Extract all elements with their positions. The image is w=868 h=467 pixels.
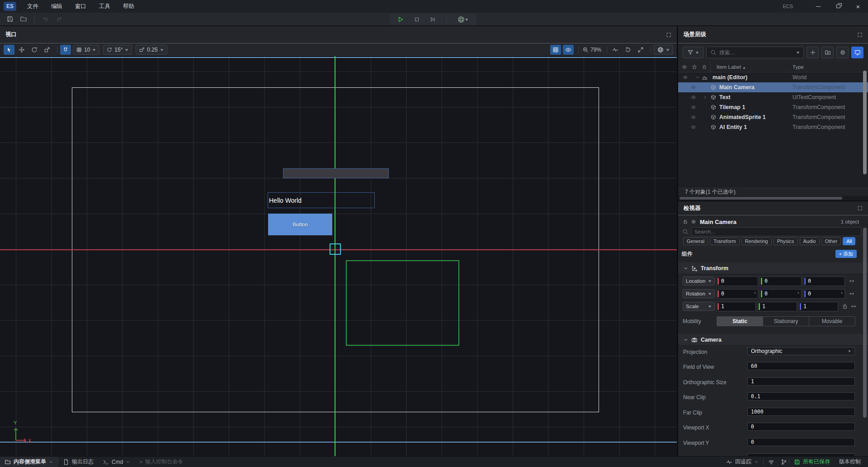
- field-of-view-field[interactable]: [747, 362, 855, 370]
- gizmo-visibility-toggle[interactable]: [563, 45, 574, 55]
- stats-toggle[interactable]: [610, 45, 621, 55]
- panel-bar-object[interactable]: [283, 168, 389, 178]
- inspector-search-input[interactable]: [694, 229, 858, 234]
- mobility-movable[interactable]: Movable: [809, 317, 855, 326]
- content-drawer-button[interactable]: 内容侧滑菜单: [0, 457, 58, 467]
- tab-general[interactable]: General: [683, 237, 708, 245]
- play-mode-dropdown[interactable]: ▼: [455, 14, 471, 24]
- scale-z-field[interactable]: [798, 302, 838, 311]
- network-status-button[interactable]: [764, 457, 779, 467]
- tab-other[interactable]: Other: [821, 237, 841, 245]
- tab-transform[interactable]: Transform: [710, 237, 740, 245]
- lock-open-icon[interactable]: [683, 219, 688, 224]
- hierarchy-row-main-camera[interactable]: Main Camera TransformComponent: [678, 82, 868, 92]
- reset-view-button[interactable]: [623, 45, 633, 55]
- restore-button[interactable]: [828, 0, 848, 13]
- redo-button[interactable]: [54, 14, 65, 24]
- menu-tools[interactable]: 工具: [94, 1, 115, 12]
- inspector-vertical-scrollbar[interactable]: [863, 216, 867, 454]
- eye-column-icon[interactable]: [682, 64, 687, 70]
- star-column-icon[interactable]: [692, 64, 697, 70]
- menu-file[interactable]: 文件: [23, 1, 43, 12]
- grid-visibility-toggle[interactable]: [550, 45, 561, 55]
- lock-column-icon[interactable]: [702, 64, 707, 70]
- zoom-control[interactable]: 79%: [581, 45, 602, 55]
- tab-all[interactable]: All: [843, 237, 855, 245]
- move-tool[interactable]: [16, 45, 27, 55]
- hello-world-text-object[interactable]: Hello World: [268, 192, 375, 208]
- cmd-dropdown[interactable]: Cmd: [98, 457, 135, 467]
- add-component-button[interactable]: + 添加: [835, 250, 857, 258]
- fullscreen-button[interactable]: [635, 45, 646, 55]
- hierarchy-row-main[interactable]: main (Editor) World: [678, 72, 868, 82]
- hierarchy-row-text[interactable]: Text UITextComponent: [678, 92, 868, 102]
- tab-physics[interactable]: Physics: [774, 237, 798, 245]
- link-axes-icon[interactable]: [849, 291, 855, 297]
- monitor-view-button[interactable]: [851, 47, 863, 58]
- scene-canvas[interactable]: Hello World Button Y X: [0, 56, 677, 456]
- view-mode-dropdown[interactable]: ▼: [654, 45, 673, 55]
- column-item-label[interactable]: Item Label ▲: [710, 64, 793, 70]
- rotation-y-field[interactable]: °: [760, 289, 802, 299]
- app-logo[interactable]: ES: [4, 2, 16, 11]
- close-button[interactable]: ×: [848, 0, 868, 13]
- undo-button[interactable]: [40, 14, 51, 24]
- scale-snap-dropdown[interactable]: 0.25 ▼: [136, 45, 167, 55]
- hierarchy-row-ai-entity[interactable]: AI Entity 1 TransformComponent: [678, 122, 868, 132]
- hierarchy-row-tilemap[interactable]: Tilemap 1 TransformComponent: [678, 102, 868, 112]
- select-tool[interactable]: [4, 45, 14, 55]
- rotate-snap-dropdown[interactable]: 15° ▼: [103, 45, 132, 55]
- eye-icon[interactable]: [691, 105, 696, 110]
- hierarchy-search-input[interactable]: [719, 49, 793, 56]
- mobility-static[interactable]: Static: [717, 317, 763, 326]
- menu-window[interactable]: 窗口: [71, 1, 91, 12]
- open-folder-button[interactable]: [18, 14, 29, 24]
- ui-button-object[interactable]: Button: [268, 214, 332, 235]
- rotation-z-field[interactable]: °: [803, 289, 845, 299]
- location-mode-dropdown[interactable]: Location▼: [683, 276, 715, 286]
- console-command-input[interactable]: > 输入控制台命令: [135, 457, 188, 467]
- tilemap-bounds-rect[interactable]: [346, 260, 459, 346]
- rotate-tool[interactable]: [29, 45, 40, 55]
- location-z-field[interactable]: [803, 276, 845, 286]
- tab-audio[interactable]: Audio: [800, 237, 820, 245]
- scale-mode-dropdown[interactable]: Scale▼: [683, 302, 715, 311]
- hierarchy-settings-button[interactable]: [836, 47, 849, 58]
- camera-section-header[interactable]: Camera: [678, 334, 868, 346]
- eye-icon[interactable]: [691, 124, 696, 130]
- chevron-down-icon[interactable]: [695, 75, 700, 80]
- minimize-button[interactable]: [808, 0, 828, 13]
- location-y-field[interactable]: [760, 276, 802, 286]
- hierarchy-horizontal-scrollbar[interactable]: [678, 196, 868, 200]
- trace-dropdown[interactable]: 回追踪: [722, 457, 763, 467]
- filter-dropdown[interactable]: ▼: [683, 47, 703, 58]
- grid-snap-dropdown[interactable]: 10 ▼: [73, 45, 99, 55]
- rotation-x-field[interactable]: °: [716, 289, 758, 299]
- location-x-field[interactable]: [716, 276, 758, 286]
- stop-button[interactable]: [411, 14, 422, 24]
- save-button[interactable]: [5, 14, 15, 24]
- transform-section-header[interactable]: Transform: [678, 262, 868, 274]
- eye-icon[interactable]: [691, 95, 696, 100]
- hierarchy-search[interactable]: ▼: [706, 47, 804, 58]
- tab-rendering[interactable]: Rendering: [741, 237, 772, 245]
- link-axes-icon[interactable]: [849, 278, 855, 284]
- uniform-scale-lock-icon[interactable]: [842, 303, 848, 310]
- link-axes-icon[interactable]: [850, 303, 857, 310]
- snap-toggle[interactable]: [60, 45, 71, 55]
- gear-icon[interactable]: [691, 219, 696, 224]
- eye-icon[interactable]: [691, 114, 696, 120]
- step-button[interactable]: [427, 14, 438, 24]
- column-type[interactable]: Type: [793, 64, 868, 70]
- inspector-search[interactable]: [691, 227, 861, 236]
- chevron-right-icon[interactable]: [703, 95, 708, 100]
- scale-tool[interactable]: [42, 45, 52, 55]
- scale-y-field[interactable]: [757, 302, 797, 311]
- hierarchy-row-animatedsprite[interactable]: AnimatedSprite 1 TransformComponent: [678, 112, 868, 122]
- near-clip-field[interactable]: [747, 392, 855, 400]
- scale-x-field[interactable]: [716, 302, 756, 311]
- projection-select[interactable]: Orthographic▼: [747, 347, 855, 355]
- menu-edit[interactable]: 编辑: [47, 1, 67, 12]
- inspector-maximize-icon[interactable]: [857, 205, 863, 211]
- source-control-branch-button[interactable]: [779, 457, 789, 467]
